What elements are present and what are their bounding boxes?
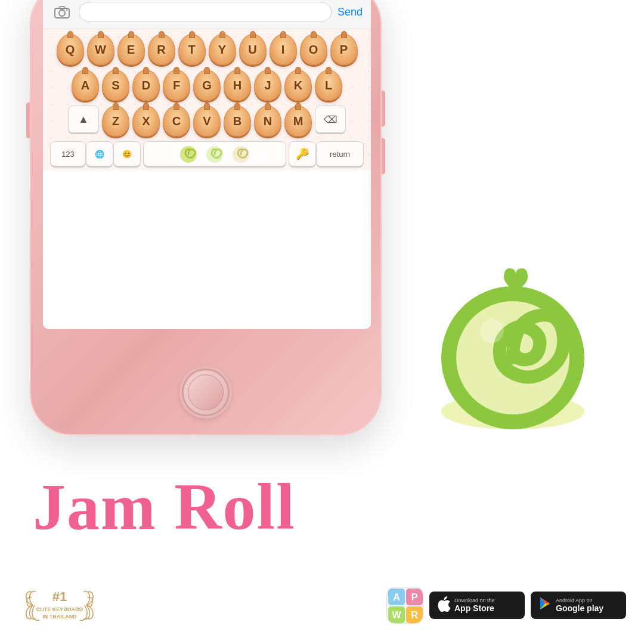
svg-text:R: R (411, 610, 418, 620)
bottom-bar: #1 CUTE KEYBOARD IN THAILAND A P W R (18, 578, 626, 632)
key-A[interactable]: A (72, 70, 99, 101)
shift-key[interactable]: ▲ (68, 106, 99, 133)
svg-point-3 (66, 10, 67, 11)
google-play-text: Android App on Google play (556, 597, 603, 613)
globe-key[interactable]: 🌐 (86, 141, 113, 166)
custom-key[interactable]: 🔑 (289, 141, 316, 166)
key-G[interactable]: G (193, 70, 221, 101)
award-badge: #1 CUTE KEYBOARD IN THAILAND (18, 578, 101, 632)
svg-text:A: A (393, 592, 400, 602)
side-button-1 (382, 91, 385, 126)
app-store-text: Download on the App Store (454, 597, 495, 613)
keyboard: Q W E R T Y U I O P A S D F G (43, 29, 371, 170)
candy-icon-3 (230, 144, 252, 164)
keyboard-row-3: ▲ Z X C V B N M ⌫ (47, 106, 367, 137)
side-button-2 (382, 138, 385, 174)
keyboard-func-row: 123 🌐 😊 (47, 141, 367, 166)
svg-rect-2 (59, 7, 65, 9)
message-input[interactable] (79, 2, 332, 22)
title-container: Jam Roll (33, 474, 644, 540)
app-store-name-label: App Store (454, 603, 495, 613)
return-key[interactable]: return (316, 141, 364, 166)
google-play-download-label: Android App on (556, 597, 603, 603)
key-O[interactable]: O (300, 34, 327, 65)
phone-screen: Send Q W E R T Y U I O P (43, 0, 371, 329)
key-J[interactable]: J (254, 70, 281, 101)
app-store-download-label: Download on the (454, 597, 495, 603)
key-E[interactable]: E (117, 34, 145, 65)
key-N[interactable]: N (254, 106, 281, 137)
keyboard-row-2: A S D F G H J K L (47, 70, 367, 101)
key-C[interactable]: C (163, 106, 190, 137)
key-L[interactable]: L (315, 70, 342, 101)
svg-text:CUTE KEYBOARD: CUTE KEYBOARD (36, 606, 83, 612)
phone-wrapper: Send Q W E R T Y U I O P (30, 0, 400, 435)
key-S[interactable]: S (102, 70, 129, 101)
key-V[interactable]: V (193, 106, 221, 137)
svg-text:P: P (411, 592, 418, 602)
svg-text:#1: #1 (52, 589, 67, 604)
phone-body: Send Q W E R T Y U I O P (30, 0, 382, 435)
key-B[interactable]: B (224, 106, 251, 137)
key-W[interactable]: W (87, 34, 114, 65)
key-F[interactable]: F (163, 70, 190, 101)
laurel-left: #1 CUTE KEYBOARD IN THAILAND (18, 578, 101, 632)
home-button-inner (188, 374, 224, 410)
key-T[interactable]: T (178, 34, 206, 65)
svg-text:W: W (392, 610, 401, 620)
candy-icon-1 (177, 144, 200, 164)
svg-text:IN THAILAND: IN THAILAND (42, 614, 77, 620)
space-key[interactable] (143, 141, 286, 166)
delete-key[interactable]: ⌫ (315, 106, 346, 133)
app-store-button[interactable]: Download on the App Store (429, 592, 525, 619)
key-Y[interactable]: Y (209, 34, 236, 65)
key-Z[interactable]: Z (102, 106, 129, 137)
svg-point-10 (480, 319, 504, 343)
svg-point-1 (59, 10, 65, 16)
message-bar: Send (43, 0, 371, 29)
candy-icon-2 (203, 144, 226, 164)
google-play-name-label: Google play (556, 603, 603, 613)
camera-icon[interactable] (51, 1, 73, 23)
home-button[interactable] (182, 369, 230, 416)
key-K[interactable]: K (284, 70, 312, 101)
store-section: A P W R Download on the App Store (386, 587, 626, 624)
key-H[interactable]: H (224, 70, 251, 101)
google-play-button[interactable]: Android App on Google play (531, 592, 626, 619)
title-text: Jam Roll (33, 474, 644, 540)
key-D[interactable]: D (132, 70, 160, 101)
mascot-svg (417, 227, 608, 441)
app-icon: A P W R (386, 587, 423, 624)
numbers-key[interactable]: 123 (50, 141, 86, 166)
key-R[interactable]: R (148, 34, 175, 65)
send-button[interactable]: Send (338, 6, 363, 18)
key-I[interactable]: I (270, 34, 297, 65)
play-icon (538, 596, 552, 614)
emoji-key[interactable]: 😊 (113, 141, 141, 166)
key-Q[interactable]: Q (57, 34, 84, 65)
keyboard-row-1: Q W E R T Y U I O P (47, 34, 367, 65)
side-button-3 (26, 103, 30, 138)
key-U[interactable]: U (239, 34, 267, 65)
mascot-container (417, 227, 608, 441)
key-M[interactable]: M (284, 106, 312, 137)
key-P[interactable]: P (330, 34, 358, 65)
key-X[interactable]: X (132, 106, 160, 137)
apple-icon (436, 596, 451, 615)
